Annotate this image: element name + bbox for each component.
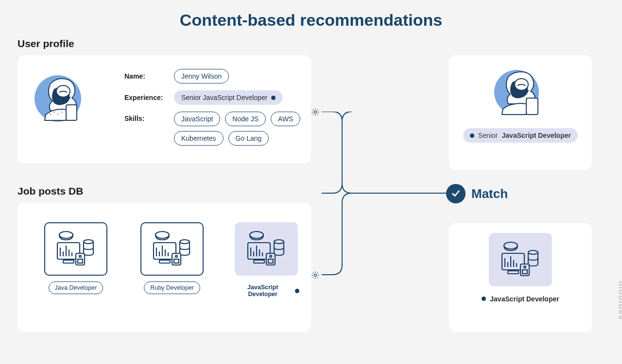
svg-rect-29 — [508, 271, 518, 274]
check-icon — [446, 184, 466, 203]
name-label: Name: — [124, 72, 168, 80]
result-title-prefix: Senior — [478, 132, 498, 139]
job-label: Ruby Developer — [144, 281, 200, 294]
result-job-text: JavaScript Developer — [490, 295, 559, 303]
skill-pill: Go Lang — [228, 131, 269, 146]
svg-rect-12 — [159, 260, 170, 263]
svg-point-34 — [314, 111, 317, 114]
result-job-card: JavaScript Developer — [449, 223, 592, 332]
page-title: Content-based recommendations — [0, 0, 622, 30]
job-label: Java Developer — [49, 281, 104, 294]
svg-point-10 — [156, 232, 169, 238]
dot-icon — [271, 96, 276, 100]
skill-pill: Kubernetes — [174, 131, 224, 146]
server-monitor-icon — [235, 222, 298, 276]
skill-pill: Node JS — [225, 112, 266, 126]
job-label-text: JavaScript Developer — [233, 284, 292, 298]
svg-rect-5 — [63, 260, 74, 263]
name-value: Jenny Wilson — [174, 69, 229, 83]
job-item-java: Java Developer — [37, 222, 115, 294]
svg-point-13 — [180, 240, 190, 244]
svg-point-3 — [59, 232, 73, 238]
gear-icon — [311, 271, 320, 281]
dot-icon — [470, 133, 474, 138]
svg-rect-2 — [66, 105, 77, 120]
server-monitor-icon — [140, 222, 204, 276]
experience-label: Experience: — [124, 94, 168, 101]
match-badge: Match — [446, 184, 508, 203]
job-label: JavaScript Developer — [227, 281, 305, 300]
skill-pill: JavaScript — [174, 112, 220, 126]
profile-fields: Name: Jenny Wilson Experience: Senior Ja… — [124, 69, 300, 157]
svg-point-6 — [84, 240, 93, 244]
svg-rect-26 — [526, 98, 538, 115]
skill-pill: AWS — [271, 112, 300, 126]
result-title-bold: JavaScript Developer — [502, 132, 571, 139]
svg-point-17 — [250, 232, 263, 238]
result-job-label: JavaScript Developer — [482, 295, 559, 303]
skills-label: Skills: — [124, 112, 168, 122]
job-posts-label: Job posts DB — [17, 185, 83, 197]
avatar — [31, 67, 89, 125]
user-profile-card: Name: Jenny Wilson Experience: Senior Ja… — [17, 55, 311, 163]
experience-text: Senior JavaScript Developer — [181, 94, 267, 101]
job-posts-card: Java Developer Ruby Developer JavaScript… — [17, 203, 311, 332]
user-profile-label: User profile — [17, 38, 74, 50]
result-title-pill: Senior JavaScript Developer — [463, 128, 578, 143]
gear-icon — [311, 108, 320, 118]
result-profile-card: Senior JavaScript Developer — [449, 55, 592, 170]
server-monitor-icon — [489, 233, 552, 286]
skills-list: JavaScript Node JS AWS Kubernetes Go Lan… — [174, 112, 300, 150]
experience-value: Senior JavaScript Developer — [174, 90, 283, 105]
svg-point-35 — [314, 274, 317, 277]
brand-watermark: mobidev — [616, 281, 622, 320]
avatar — [486, 62, 554, 120]
dot-icon — [295, 289, 299, 293]
job-item-javascript: JavaScript Developer — [227, 222, 305, 300]
svg-point-20 — [274, 240, 284, 244]
job-item-ruby: Ruby Developer — [133, 222, 211, 294]
connector-lines — [294, 112, 460, 214]
dot-icon — [482, 297, 486, 301]
server-monitor-icon — [44, 222, 107, 276]
svg-point-30 — [528, 250, 538, 254]
svg-rect-19 — [254, 260, 264, 263]
svg-point-27 — [504, 242, 518, 249]
match-label: Match — [471, 186, 508, 201]
